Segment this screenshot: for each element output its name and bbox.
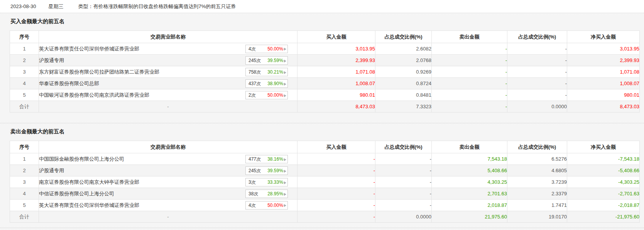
amount-cell: - bbox=[297, 153, 375, 165]
rank-cell: 5 bbox=[10, 89, 39, 101]
branch-name: 中国银河证券股份有限公司南京洪武路证券营业部 bbox=[39, 92, 149, 98]
rank-cell: 4 bbox=[10, 188, 39, 200]
chevron-right-icon: ▶ bbox=[284, 70, 286, 74]
amount-cell: - bbox=[432, 43, 507, 55]
win-rate-percent: 39.59% bbox=[261, 58, 283, 63]
count-badge[interactable]: 245次39.59%▶ bbox=[245, 56, 288, 65]
rank-cell: 2 bbox=[10, 165, 39, 176]
sell-table: 序号交易营业部名称买入金额占总成交比例(%)卖出金额占总成交比例(%)净买入金额… bbox=[10, 141, 640, 223]
amount-cell: - bbox=[432, 89, 507, 101]
amount-cell: 0.0000 bbox=[507, 101, 567, 112]
amount-cell: 2.6082 bbox=[375, 43, 432, 55]
count-badge[interactable]: 245次39.59%▶ bbox=[245, 166, 288, 175]
branch-name: 沪股通专用 bbox=[39, 57, 64, 63]
column-header: 买入金额 bbox=[297, 141, 375, 153]
chevron-right-icon: ▶ bbox=[284, 180, 286, 185]
amount-cell: 980.01 bbox=[567, 89, 640, 101]
branch-name-cell: 中信证券股份有限公司上海分公司38次28.95%▶ bbox=[39, 188, 297, 200]
amount-cell: - bbox=[297, 211, 375, 223]
chevron-right-icon: ▶ bbox=[284, 169, 286, 173]
amount-cell: 1,008.07 bbox=[567, 78, 640, 89]
amount-cell: 19.0170 bbox=[507, 211, 567, 223]
amount-cell: 5,408.66 bbox=[432, 165, 507, 176]
amount-cell: - bbox=[297, 176, 375, 188]
amount-cell: 0.8724 bbox=[375, 78, 432, 89]
amount-cell: 0.9269 bbox=[375, 66, 432, 78]
win-rate-percent: 38.16% bbox=[261, 156, 283, 162]
amount-cell: - bbox=[297, 188, 375, 200]
dotted-separator bbox=[0, 228, 644, 228]
amount-cell: - bbox=[375, 188, 432, 200]
count-badge[interactable]: 3次33.33%▶ bbox=[245, 178, 288, 186]
amount-cell: 7,543.18 bbox=[432, 153, 507, 165]
rank-cell: 5 bbox=[10, 200, 39, 211]
rank-cell: 1 bbox=[10, 43, 39, 55]
amount-cell: 2.3379 bbox=[507, 188, 567, 200]
amount-cell: -2,018.87 bbox=[567, 200, 640, 211]
amount-cell: - bbox=[507, 55, 567, 66]
win-rate-percent: 39.59% bbox=[261, 168, 283, 173]
trade-date: 2023-08-30 bbox=[10, 3, 36, 9]
count-badge[interactable]: 2次50.00%▶ bbox=[245, 91, 288, 99]
table-header-row: 序号交易营业部名称买入金额占总成交比例(%)卖出金额占总成交比例(%)净买入金额 bbox=[10, 141, 640, 153]
table-row: 2沪股通专用245次39.59%▶--5,408.664.6805-5,408.… bbox=[10, 165, 640, 176]
chevron-right-icon: ▶ bbox=[284, 192, 286, 196]
count-badge[interactable]: 38次28.95%▶ bbox=[245, 190, 288, 198]
appearance-count: 2次 bbox=[248, 92, 256, 99]
amount-cell: - bbox=[297, 165, 375, 176]
amount-cell: -2,701.63 bbox=[567, 188, 640, 200]
count-badge[interactable]: 437次38.90%▶ bbox=[245, 79, 288, 88]
appearance-count: 437次 bbox=[248, 81, 261, 87]
win-rate-percent: 38.90% bbox=[261, 81, 283, 86]
amount-cell: 3.7239 bbox=[507, 176, 567, 188]
column-header: 序号 bbox=[10, 141, 39, 153]
total-row: 合计--0.000021,975.6019.0170-21,975.60 bbox=[10, 211, 640, 223]
rank-cell: 4 bbox=[10, 78, 39, 89]
count-badge[interactable]: 4次50.00%▶ bbox=[245, 45, 288, 53]
column-header: 净买入金额 bbox=[567, 31, 640, 43]
date-type-bar: 2023-08-30 星期三 类型：有价格涨跌幅限制的日收盘价格跌幅偏离值达到7… bbox=[0, 0, 644, 13]
column-header: 交易营业部名称 bbox=[39, 141, 297, 153]
branch-name: 中国国际金融股份有限公司上海分公司 bbox=[39, 156, 124, 162]
table-body: 1英大证券有限责任公司深圳华侨城证券营业部4次50.00%▶3,013.952.… bbox=[10, 43, 640, 112]
amount-cell: 3,013.95 bbox=[567, 43, 640, 55]
column-header: 占总成交比例(%) bbox=[375, 141, 432, 153]
amount-cell: 7.3323 bbox=[375, 101, 432, 112]
table-row: 1中国国际金融股份有限公司上海分公司477次38.16%▶--7,543.186… bbox=[10, 153, 640, 165]
amount-cell: 6.5276 bbox=[507, 153, 567, 165]
count-badge[interactable]: 4次50.00%▶ bbox=[245, 201, 288, 210]
table-body: 1中国国际金融股份有限公司上海分公司477次38.16%▶--7,543.186… bbox=[10, 153, 640, 223]
amount-cell: 1,071.08 bbox=[297, 66, 375, 78]
rank-cell: 1 bbox=[10, 153, 39, 165]
appearance-count: 758次 bbox=[248, 69, 261, 76]
amount-cell: - bbox=[432, 101, 507, 112]
rank-cell: 2 bbox=[10, 55, 39, 66]
buy-table: 序号交易营业部名称买入金额占总成交比例(%)卖出金额占总成交比例(%)净买入金额… bbox=[10, 30, 640, 112]
amount-cell: 2,399.93 bbox=[297, 55, 375, 66]
amount-cell: 1.7471 bbox=[507, 200, 567, 211]
amount-cell: - bbox=[375, 165, 432, 176]
win-rate-percent: 28.95% bbox=[258, 191, 283, 196]
amount-cell: - bbox=[507, 43, 567, 55]
buy-section-title: 买入金额最大的前五名 bbox=[0, 13, 644, 30]
appearance-count: 3次 bbox=[248, 179, 256, 186]
chevron-right-icon: ▶ bbox=[284, 47, 286, 51]
win-rate-percent: 33.33% bbox=[256, 180, 283, 185]
appearance-count: 245次 bbox=[248, 168, 261, 174]
branch-name-cell: 南京证券股份有限公司南京大钟亭证券营业部3次33.33%▶ bbox=[39, 176, 297, 188]
column-header: 占总成交比例(%) bbox=[507, 141, 567, 153]
table-row: 2沪股通专用245次39.59%▶2,399.932.0768--2,399.9… bbox=[10, 55, 640, 66]
amount-cell: - bbox=[375, 200, 432, 211]
count-badge[interactable]: 477次38.16%▶ bbox=[245, 155, 288, 163]
table-head: 序号交易营业部名称买入金额占总成交比例(%)卖出金额占总成交比例(%)净买入金额 bbox=[10, 31, 640, 43]
amount-cell: 1,071.08 bbox=[567, 66, 640, 78]
branch-name-cell: 中国银河证券股份有限公司南京洪武路证券营业部2次50.00%▶ bbox=[39, 89, 297, 101]
branch-name: 英大证券有限责任公司深圳华侨城证券营业部 bbox=[39, 46, 139, 52]
amount-cell: -5,408.66 bbox=[567, 165, 640, 176]
appearance-count: 4次 bbox=[248, 202, 256, 209]
amount-cell: -7,543.18 bbox=[567, 153, 640, 165]
table-row: 3南京证券股份有限公司南京大钟亭证券营业部3次33.33%▶--4,303.25… bbox=[10, 176, 640, 188]
table-header-row: 序号交易营业部名称买入金额占总成交比例(%)卖出金额占总成交比例(%)净买入金额 bbox=[10, 31, 640, 43]
appearance-count: 4次 bbox=[248, 46, 256, 52]
count-badge[interactable]: 758次30.21%▶ bbox=[245, 68, 288, 76]
